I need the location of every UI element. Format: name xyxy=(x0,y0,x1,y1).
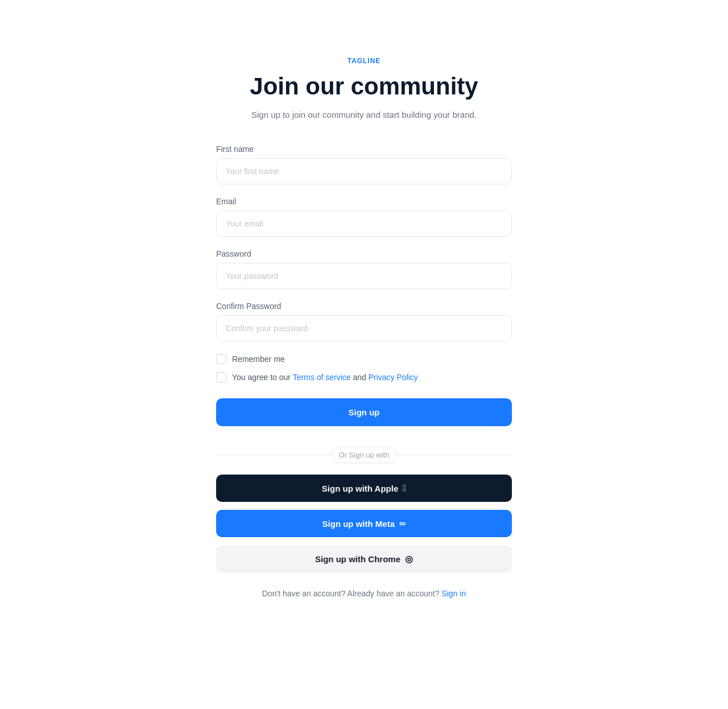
remember-me-label: Remember me xyxy=(232,354,285,364)
footer-text: Don't have an account? Already have an a… xyxy=(262,589,442,598)
remember-me-group: Remember me xyxy=(216,354,512,364)
confirm-password-input[interactable] xyxy=(216,315,512,341)
signup-form: First name Email Password Confirm Passwo… xyxy=(216,145,512,621)
signin-section: Don't have an account? Already have an a… xyxy=(216,589,512,598)
divider-section: Or Sign up with xyxy=(216,447,512,463)
first-name-group: First name xyxy=(216,145,512,184)
page-subtitle: Sign up to join our community and start … xyxy=(251,108,477,122)
password-label: Password xyxy=(216,249,512,258)
meta-button-label: Sign up with Meta xyxy=(322,519,395,529)
signup-apple-button[interactable]: Sign up with Apple  xyxy=(216,475,512,502)
first-name-input[interactable] xyxy=(216,158,512,184)
chrome-icon: ◎ xyxy=(405,554,413,564)
confirm-password-label: Confirm Password xyxy=(216,302,512,311)
signin-link[interactable]: Sign in xyxy=(441,589,466,598)
signup-chrome-button[interactable]: Sign up with Chrome ◎ xyxy=(216,545,512,573)
confirm-password-group: Confirm Password xyxy=(216,302,512,341)
agree-text-prefix: You agree to our xyxy=(232,373,293,382)
page-container: TAGLINE Join our community Sign up to jo… xyxy=(205,57,523,621)
divider-line-right xyxy=(398,455,512,455)
agree-text-middle: and xyxy=(351,373,369,382)
chrome-button-label: Sign up with Chrome xyxy=(315,554,400,564)
email-input[interactable] xyxy=(216,211,512,237)
checkboxes-section: Remember me You agree to our Terms of se… xyxy=(216,354,512,382)
signup-button[interactable]: Sign up xyxy=(216,398,512,426)
apple-button-label: Sign up with Apple xyxy=(322,484,398,493)
email-group: Email xyxy=(216,197,512,237)
email-label: Email xyxy=(216,197,512,206)
password-input[interactable] xyxy=(216,263,512,289)
agree-terms-label: You agree to our Terms of service and Pr… xyxy=(232,373,418,382)
first-name-label: First name xyxy=(216,145,512,154)
tagline: TAGLINE xyxy=(348,57,381,65)
remember-me-checkbox[interactable] xyxy=(216,354,226,364)
terms-of-service-link[interactable]: Terms of service xyxy=(293,373,351,382)
divider-line-left xyxy=(216,455,330,455)
password-group: Password xyxy=(216,249,512,289)
divider-text: Or Sign up with xyxy=(330,447,398,463)
apple-icon:  xyxy=(403,483,406,493)
meta-icon: ∞ xyxy=(399,518,406,529)
page-title: Join our community xyxy=(250,73,478,100)
privacy-policy-link[interactable]: Privacy Policy xyxy=(369,373,418,382)
agree-terms-group: You agree to our Terms of service and Pr… xyxy=(216,372,512,382)
agree-terms-checkbox[interactable] xyxy=(216,372,226,382)
signup-meta-button[interactable]: Sign up with Meta ∞ xyxy=(216,510,512,537)
